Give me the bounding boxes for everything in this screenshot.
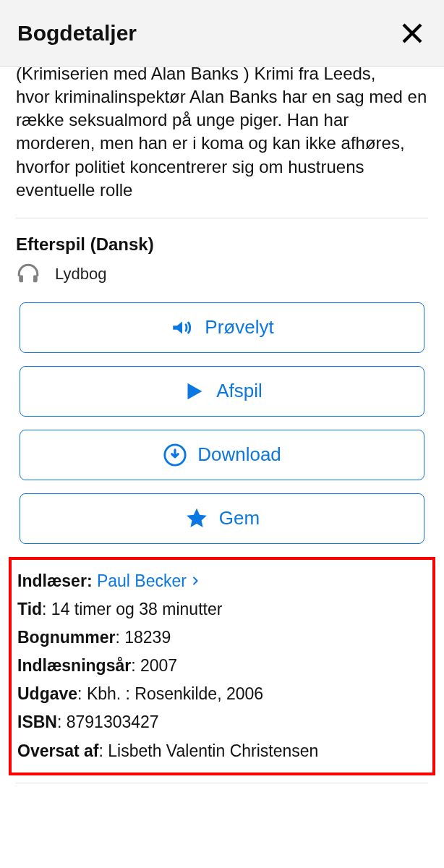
download-icon	[163, 443, 187, 467]
meta-row-isbn: ISBN: 8791303427	[17, 708, 427, 736]
meta-value: 2007	[140, 656, 177, 675]
play-label: Afspil	[216, 380, 262, 402]
meta-value: 14 timer og 38 minutter	[51, 600, 223, 618]
meta-label: Indlæsningsår	[17, 656, 131, 675]
close-icon	[399, 20, 425, 46]
star-icon	[184, 506, 209, 531]
meta-value: Kbh. : Rosenkilde, 2006	[87, 684, 263, 703]
edition-section: Efterspil (Dansk) Lydbog	[0, 234, 444, 286]
close-button[interactable]	[398, 19, 427, 48]
volume-icon	[170, 315, 195, 340]
header: Bogdetaljer	[0, 0, 444, 67]
meta-label: Udgave	[17, 684, 77, 703]
divider	[16, 218, 428, 218]
narrator-link[interactable]: Paul Becker	[97, 567, 201, 595]
download-label: Download	[197, 443, 281, 466]
meta-label: Bognummer	[17, 628, 115, 647]
meta-value: Lisbeth Valentin Christensen	[108, 741, 318, 760]
action-buttons: Prøvelyt Afspil Download Gem	[0, 302, 444, 544]
save-button[interactable]: Gem	[20, 493, 424, 544]
meta-label: Oversat af	[17, 741, 99, 760]
preview-button[interactable]: Prøvelyt	[20, 302, 424, 353]
section-title: Efterspil (Dansk)	[16, 234, 428, 255]
content: (Krimiserien med Alan Banks ) Krimi fra …	[0, 62, 444, 783]
chevron-right-icon	[189, 575, 201, 587]
meta-row-translator: Oversat af: Lisbeth Valentin Christensen	[17, 737, 427, 765]
headphones-icon	[16, 262, 40, 286]
media-type-label: Lydbog	[55, 265, 106, 284]
narrator-name: Paul Becker	[97, 567, 187, 595]
description-prev-line: (Krimiserien med Alan Banks ) Krimi fra …	[16, 62, 428, 85]
meta-label: Indlæser	[17, 571, 87, 590]
meta-row-booknum: Bognummer: 18239	[17, 624, 427, 652]
meta-row-narrator: Indlæser: Paul Becker	[17, 567, 427, 595]
save-label: Gem	[219, 507, 260, 529]
description-body: hvor kriminalinspektør Alan Banks har en…	[16, 87, 427, 200]
download-button[interactable]: Download	[20, 430, 424, 480]
divider	[16, 783, 428, 783]
page-title: Bogdetaljer	[17, 21, 137, 46]
meta-value: 18239	[124, 628, 171, 647]
book-description: (Krimiserien med Alan Banks ) Krimi fra …	[0, 62, 444, 202]
preview-label: Prøvelyt	[205, 316, 273, 339]
meta-row-recording-year: Indlæsningsår: 2007	[17, 652, 427, 680]
play-icon	[182, 379, 206, 404]
media-type-row: Lydbog	[16, 262, 428, 286]
meta-label: Tid	[17, 600, 42, 618]
meta-value: 8791303427	[67, 712, 159, 731]
meta-label: ISBN	[17, 712, 57, 731]
meta-row-time: Tid: 14 timer og 38 minutter	[17, 595, 427, 624]
meta-row-edition: Udgave: Kbh. : Rosenkilde, 2006	[17, 680, 427, 708]
play-button[interactable]: Afspil	[20, 366, 424, 417]
metadata-box: Indlæser: Paul Becker Tid: 14 timer og 3…	[9, 557, 435, 775]
